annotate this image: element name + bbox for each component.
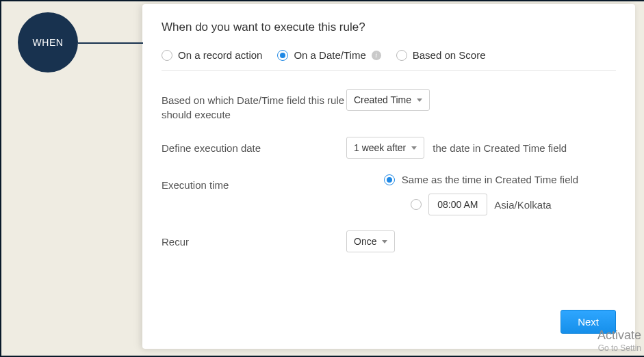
- trigger-option-datetime[interactable]: On a Date/Time i: [277, 49, 381, 61]
- row-define-date: Define execution date 1 week after the d…: [162, 137, 616, 159]
- define-date-suffix: the date in Created Time field: [433, 142, 567, 154]
- step-badge: WHEN: [18, 12, 78, 72]
- exec-time-option-same[interactable]: Same as the time in Created Time field: [384, 174, 578, 185]
- row-recur: Recur Once: [162, 230, 616, 252]
- trigger-option-record[interactable]: On a record action: [162, 49, 262, 61]
- chevron-down-icon: [382, 240, 387, 243]
- trigger-option-score[interactable]: Based on Score: [396, 49, 486, 61]
- radio-icon: [411, 199, 422, 210]
- info-icon[interactable]: i: [372, 51, 381, 60]
- define-date-label: Define execution date: [162, 137, 346, 155]
- radio-icon: [384, 174, 395, 185]
- row-exec-time: Execution time Same as the time in Creat…: [162, 174, 616, 215]
- trigger-option-label: Based on Score: [413, 49, 486, 61]
- exec-time-option-custom[interactable]: 08:00 AM Asia/Kolkata: [411, 194, 551, 215]
- exec-time-input[interactable]: 08:00 AM: [428, 194, 487, 215]
- step-badge-label: WHEN: [33, 37, 64, 48]
- dropdown-value: 1 week after: [354, 142, 406, 153]
- exec-time-label: Execution time: [162, 174, 346, 192]
- radio-icon: [277, 50, 288, 61]
- trigger-options: On a record action On a Date/Time i Base…: [162, 49, 616, 71]
- define-date-dropdown[interactable]: 1 week after: [346, 137, 424, 159]
- card-question: When do you want to execute this rule?: [162, 21, 616, 34]
- based-on-label: Based on which Date/Time field this rule…: [162, 89, 346, 122]
- card-footer: Next: [561, 310, 616, 334]
- radio-icon: [396, 50, 407, 61]
- next-button[interactable]: Next: [561, 310, 616, 334]
- rule-card: When do you want to execute this rule? O…: [142, 4, 635, 349]
- chevron-down-icon: [411, 146, 417, 150]
- exec-time-same-label: Same as the time in Created Time field: [402, 174, 578, 185]
- recur-label: Recur: [162, 230, 346, 249]
- trigger-option-label: On a record action: [178, 49, 262, 61]
- row-based-on-field: Based on which Date/Time field this rule…: [162, 89, 616, 122]
- based-on-dropdown[interactable]: Created Time: [346, 89, 430, 111]
- dropdown-value: Once: [354, 236, 376, 247]
- dropdown-value: Created Time: [354, 94, 411, 105]
- recur-dropdown[interactable]: Once: [346, 230, 395, 252]
- chevron-down-icon: [417, 98, 422, 102]
- exec-time-tz: Asia/Kolkata: [494, 199, 551, 211]
- page-root: WHEN When do you want to execute this ru…: [0, 0, 644, 357]
- radio-icon: [162, 50, 172, 61]
- trigger-option-label: On a Date/Time: [294, 49, 365, 61]
- step-connector: [78, 42, 143, 44]
